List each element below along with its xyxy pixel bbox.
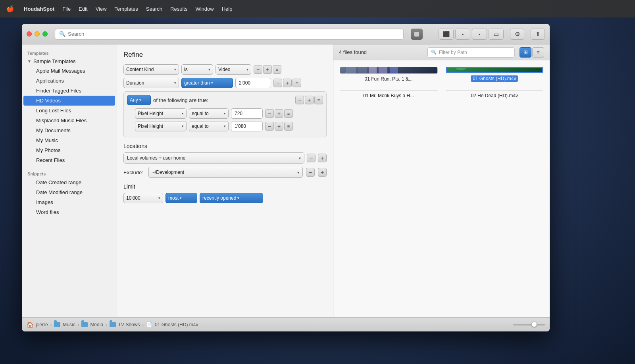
breadcrumb-tvshows[interactable]: TV Shows: [118, 322, 140, 327]
chevron-down-icon: ▾: [174, 67, 176, 71]
minimize-button[interactable]: [35, 31, 40, 37]
breadcrumb-media[interactable]: Media: [90, 322, 103, 327]
more-sub2-button[interactable]: ≡: [284, 122, 293, 131]
recently-opened-select[interactable]: recently opened ▾: [200, 193, 263, 203]
add-criterion-button[interactable]: +: [263, 65, 272, 74]
most-select[interactable]: most ▾: [165, 193, 197, 203]
add-location-button[interactable]: +: [318, 154, 327, 162]
more-options-2-button[interactable]: ≡: [292, 79, 301, 87]
grid-view-button[interactable]: ⊞: [520, 47, 531, 58]
maximize-button[interactable]: [42, 31, 48, 37]
pixel-height-2-input[interactable]: 1'080: [231, 121, 263, 131]
sidebar-item-my-music[interactable]: My Music: [23, 135, 115, 145]
breadcrumb-separator: ›: [142, 322, 144, 327]
sidebar-item-date-modified[interactable]: Date Modified range: [23, 187, 115, 197]
stop-button[interactable]: [411, 29, 423, 40]
add-group-button[interactable]: +: [305, 96, 314, 104]
sidebar-item-word-files[interactable]: Word files: [23, 207, 115, 217]
menu-houdahspot[interactable]: HoudahSpot: [24, 6, 54, 12]
sidebar-left-view-btn[interactable]: ⬛: [439, 29, 454, 40]
remove-criterion-1-button[interactable]: −: [254, 65, 262, 74]
gear-button[interactable]: ⚙: [510, 29, 524, 40]
greater-than-op-select[interactable]: greater than ▾: [181, 78, 233, 88]
share-button[interactable]: ⬆: [531, 29, 545, 40]
content-kind-field-select[interactable]: Content Kind ▾: [123, 64, 179, 75]
full-view-btn[interactable]: ▭: [489, 29, 504, 40]
file-name-4: 02 He Dead (HD).m4v: [471, 93, 518, 98]
split-view-btn[interactable]: ▪: [472, 29, 487, 40]
any-label: Any: [130, 97, 138, 103]
location-select[interactable]: Local volumes + user home ▾: [123, 152, 304, 164]
add-sub1-button[interactable]: +: [275, 109, 283, 118]
menu-file[interactable]: File: [62, 6, 71, 12]
breadcrumb-home[interactable]: pierre: [36, 322, 48, 327]
pixel-height-1-select[interactable]: Pixel Height ▾: [135, 108, 187, 119]
apple-menu-icon[interactable]: 🍎: [6, 5, 14, 13]
remove-sub1-button[interactable]: −: [265, 109, 274, 118]
more-options-button[interactable]: ≡: [273, 65, 281, 74]
zoom-slider[interactable]: [513, 324, 545, 325]
list-view-button[interactable]: ≡: [532, 47, 544, 58]
sidebar-item-long-lost[interactable]: Long Lost Files: [23, 106, 115, 116]
remove-criterion-2-button[interactable]: −: [273, 79, 282, 87]
duration-value-input[interactable]: 2'000: [235, 78, 271, 88]
menu-templates[interactable]: Templates: [115, 6, 138, 12]
menu-search[interactable]: Search: [146, 6, 162, 12]
search-input[interactable]: [68, 31, 399, 37]
file-thumbnail-2: [446, 67, 544, 73]
breadcrumb-separator: ›: [50, 322, 52, 327]
file-item[interactable]: 01 Mr. Monk Buys a H...: [340, 90, 438, 98]
sidebar-item-my-documents[interactable]: My Documents: [23, 125, 115, 135]
sidebar-item-date-created[interactable]: Date Created range: [23, 177, 115, 187]
video-value-select[interactable]: Video ▾: [216, 64, 251, 75]
sidebar-item-hd-videos[interactable]: HD Videos: [23, 96, 115, 106]
sidebar-item-my-photos[interactable]: My Photos: [23, 145, 115, 155]
breadcrumb-music[interactable]: Music: [63, 322, 75, 327]
filter-path-input[interactable]: 🔍 Filter by Path: [427, 47, 515, 58]
search-bar[interactable]: 🔍: [55, 29, 404, 40]
close-button[interactable]: [27, 31, 32, 37]
sidebar-item-applications[interactable]: Applications: [23, 76, 115, 86]
recently-opened-label: recently opened: [202, 195, 236, 201]
sidebar-item-misplaced-music[interactable]: Misplaced Music Files: [23, 116, 115, 125]
menu-help[interactable]: Help: [222, 6, 233, 12]
limit-value-label: 10'000: [126, 195, 140, 201]
add-sub2-button[interactable]: +: [275, 122, 283, 131]
sidebar-toggle-btn[interactable]: ▪: [455, 29, 470, 40]
pixel-height-1-input[interactable]: 720: [231, 108, 263, 119]
menu-view[interactable]: View: [96, 6, 107, 12]
limit-value-select[interactable]: 10'000 ▾: [123, 193, 163, 203]
menu-edit[interactable]: Edit: [79, 6, 87, 12]
duration-field-select[interactable]: Duration ▾: [123, 78, 179, 88]
remove-location-button[interactable]: −: [307, 154, 316, 162]
sidebar-item-apple-mail[interactable]: Apple Mail Messages: [23, 66, 115, 76]
file-item[interactable]: 01 Fun Run, Pts. 1 &...: [340, 67, 438, 82]
remove-exclude-button[interactable]: −: [306, 168, 315, 177]
is-op-select[interactable]: is ▾: [181, 64, 213, 75]
file-item[interactable]: 02 He Dead (HD).m4v: [446, 90, 544, 98]
remove-sub2-button[interactable]: −: [265, 122, 274, 131]
sidebar-item-images[interactable]: Images: [23, 197, 115, 207]
pixel-height-2-select[interactable]: Pixel Height ▾: [135, 121, 187, 131]
limit-row: 10'000 ▾ most ▾ recently opened ▾: [123, 193, 327, 203]
equal-to-2-select[interactable]: equal to ▾: [189, 121, 229, 131]
file-name-2: 01 Ghosts (HD).m4v: [471, 75, 518, 82]
file-item[interactable]: 01 Ghosts (HD).m4v: [446, 67, 544, 82]
equal-to-1-select[interactable]: equal to ▾: [189, 108, 229, 119]
more-sub1-button[interactable]: ≡: [284, 109, 293, 118]
add-exclude-button[interactable]: +: [318, 168, 327, 177]
sidebar-item-finder-tagged[interactable]: Finder Tagged Files: [23, 86, 115, 96]
sample-templates-group[interactable]: ▼ Sample Templates: [22, 57, 117, 66]
menu-window[interactable]: Window: [195, 6, 214, 12]
row1-actions: − + ≡: [254, 65, 281, 74]
results-grid: 01 Fun Run, Pts. 1 &... 01 Ghosts (HD).m…: [333, 60, 550, 317]
slider-thumb: [531, 322, 537, 327]
add-criterion-2-button[interactable]: +: [283, 79, 292, 87]
row2-actions: − + ≡: [273, 79, 301, 87]
more-group-options-button[interactable]: ≡: [314, 96, 323, 104]
menu-results[interactable]: Results: [170, 6, 187, 12]
remove-group-button[interactable]: −: [295, 96, 304, 104]
any-quantifier-select[interactable]: Any ▾: [127, 95, 151, 105]
sidebar-item-recent-files[interactable]: Recent Files: [23, 155, 115, 165]
exclude-select[interactable]: ~/Development ▾: [148, 167, 303, 178]
